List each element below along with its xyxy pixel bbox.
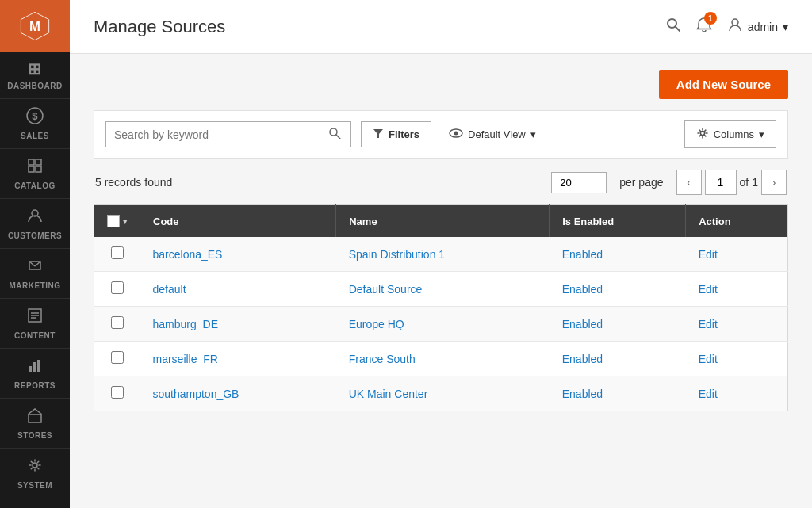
row-checkbox[interactable] xyxy=(111,316,124,329)
eye-icon xyxy=(449,128,463,141)
svg-rect-6 xyxy=(29,166,34,172)
notification-badge: 1 xyxy=(704,12,717,25)
search-input[interactable] xyxy=(114,128,328,141)
row-checkbox[interactable] xyxy=(111,386,124,399)
sidebar-label-stores: STORES xyxy=(17,431,52,440)
row-checkbox-cell[interactable] xyxy=(94,307,140,342)
svg-rect-16 xyxy=(29,366,32,372)
row-checkbox[interactable] xyxy=(111,351,124,364)
row-is-enabled: Enabled xyxy=(550,272,686,307)
col-header-action: Action xyxy=(686,205,788,238)
columns-dropdown-icon: ▾ xyxy=(759,128,764,140)
default-view-dropdown-icon: ▾ xyxy=(530,128,536,140)
row-checkbox[interactable] xyxy=(111,281,124,294)
stores-icon xyxy=(26,407,44,428)
sidebar-item-system[interactable]: SYSTEM xyxy=(0,449,70,498)
svg-rect-18 xyxy=(37,360,40,372)
sidebar-item-marketing[interactable]: MARKETING xyxy=(0,249,70,299)
sidebar-item-catalog[interactable]: CATALOG xyxy=(0,149,70,199)
code-link[interactable]: southampton_GB xyxy=(153,388,239,400)
row-checkbox[interactable] xyxy=(111,246,124,259)
sidebar-item-reports[interactable]: REPORTS xyxy=(0,349,70,399)
reports-icon xyxy=(26,357,44,378)
page-prev-button[interactable]: ‹ xyxy=(676,170,702,195)
svg-point-28 xyxy=(454,132,458,136)
edit-link[interactable]: Edit xyxy=(699,388,718,400)
content-area: Add New Source Filters Default View xyxy=(70,54,812,508)
records-row: 5 records found 20 30 50 100 per page ‹ … xyxy=(94,170,788,195)
admin-name: admin xyxy=(748,21,778,33)
header-actions: 1 admin ▾ xyxy=(665,16,788,37)
row-action: Edit xyxy=(686,342,788,376)
global-search-button[interactable] xyxy=(665,17,681,36)
filters-button[interactable]: Filters xyxy=(361,121,431,147)
page-next-button[interactable]: › xyxy=(761,170,787,195)
name-link[interactable]: Spain Distribution 1 xyxy=(349,248,445,261)
edit-link[interactable]: Edit xyxy=(699,353,718,365)
admin-dropdown-icon: ▾ xyxy=(783,21,788,33)
code-link[interactable]: default xyxy=(153,283,186,296)
edit-link[interactable]: Edit xyxy=(699,318,718,330)
sidebar-label-catalog: CATALOG xyxy=(14,181,55,190)
sidebar-item-stores[interactable]: STORES xyxy=(0,399,70,449)
per-page-dropdown[interactable]: 20 30 50 100 xyxy=(551,172,607,193)
search-box-icon[interactable] xyxy=(328,127,341,142)
select-all-checkbox[interactable] xyxy=(107,215,120,227)
name-link[interactable]: UK Main Center xyxy=(349,388,428,400)
select-all-header[interactable]: ▾ xyxy=(94,205,140,238)
row-name: Europe HQ xyxy=(336,307,550,342)
col-header-is-enabled: Is Enabled xyxy=(550,205,686,238)
admin-menu-button[interactable]: admin ▾ xyxy=(727,17,788,36)
code-link[interactable]: barcelona_ES xyxy=(153,248,223,261)
sidebar-label-content: CONTENT xyxy=(14,331,56,340)
table-row: default Default Source Enabled Edit xyxy=(94,272,788,307)
row-checkbox-cell[interactable] xyxy=(94,237,140,272)
filters-label: Filters xyxy=(389,128,419,140)
edit-link[interactable]: Edit xyxy=(699,283,718,296)
edit-link[interactable]: Edit xyxy=(699,248,718,261)
dashboard-icon: ⊞ xyxy=(28,59,42,78)
default-view-label: Default View xyxy=(468,128,526,140)
svg-marker-26 xyxy=(373,129,383,138)
table-row: southampton_GB UK Main Center Enabled Ed… xyxy=(94,376,788,411)
header: Manage Sources 1 admin ▾ xyxy=(70,0,812,54)
sidebar-item-dashboard[interactable]: ⊞ DASHBOARD xyxy=(0,52,70,99)
notifications-button[interactable]: 1 xyxy=(695,16,713,37)
table-row: marseille_FR France South Enabled Edit xyxy=(94,342,788,376)
code-link[interactable]: hamburg_DE xyxy=(153,318,219,330)
svg-point-20 xyxy=(33,463,37,468)
svg-rect-19 xyxy=(29,414,41,422)
row-name: UK Main Center xyxy=(336,376,550,411)
sidebar-label-system: SYSTEM xyxy=(17,481,52,490)
name-link[interactable]: France South xyxy=(349,353,416,365)
row-is-enabled: Enabled xyxy=(550,342,686,376)
page-input[interactable] xyxy=(705,170,737,195)
default-view-button[interactable]: Default View ▾ xyxy=(441,122,544,147)
code-link[interactable]: marseille_FR xyxy=(153,353,218,365)
row-name: Spain Distribution 1 xyxy=(336,237,550,272)
columns-button[interactable]: Columns ▾ xyxy=(684,120,776,148)
sidebar-item-content[interactable]: CONTENT xyxy=(0,299,70,349)
sidebar-item-sales[interactable]: $ SALES xyxy=(0,99,70,149)
name-link[interactable]: Default Source xyxy=(349,283,423,296)
system-icon xyxy=(26,456,44,478)
columns-label: Columns xyxy=(714,128,754,140)
enabled-status: Enabled xyxy=(562,318,603,330)
customers-icon xyxy=(26,207,44,228)
add-new-source-button[interactable]: Add New Source xyxy=(659,70,788,99)
per-page-select[interactable]: 20 30 50 100 xyxy=(551,172,607,193)
row-checkbox-cell[interactable] xyxy=(94,342,140,376)
row-action: Edit xyxy=(686,272,788,307)
sidebar-label-customers: CUSTOMERS xyxy=(8,231,62,240)
name-link[interactable]: Europe HQ xyxy=(349,318,404,330)
row-name: Default Source xyxy=(336,272,550,307)
select-all-dropdown-icon[interactable]: ▾ xyxy=(123,217,127,226)
svg-text:$: $ xyxy=(32,110,38,122)
sales-icon: $ xyxy=(26,107,44,128)
logo[interactable]: M xyxy=(0,0,70,52)
row-code: barcelona_ES xyxy=(140,237,336,272)
sidebar-item-customers[interactable]: CUSTOMERS xyxy=(0,199,70,249)
row-checkbox-cell[interactable] xyxy=(94,272,140,307)
main-content: Manage Sources 1 admin ▾ Add New Source xyxy=(70,0,812,508)
row-checkbox-cell[interactable] xyxy=(94,376,140,411)
